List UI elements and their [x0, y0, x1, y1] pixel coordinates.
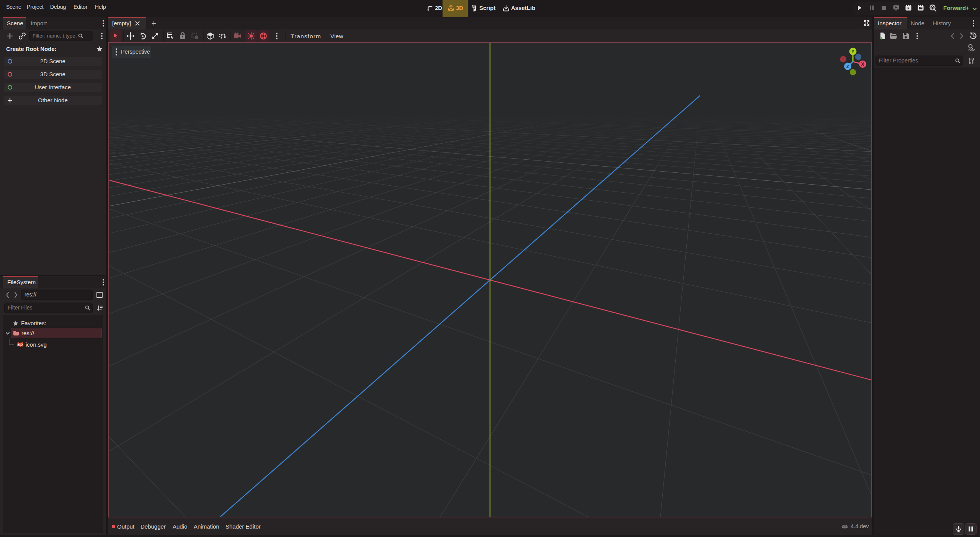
svg-text:DOC: DOC [969, 49, 975, 52]
svg-text:X: X [861, 62, 864, 67]
svg-text:Z: Z [846, 64, 849, 69]
svg-text:Y: Y [851, 49, 854, 54]
